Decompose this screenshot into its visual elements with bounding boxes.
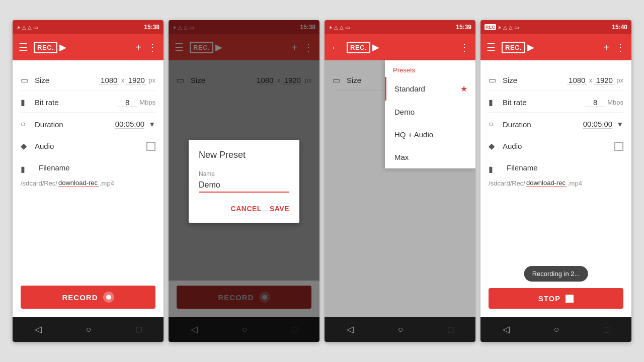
bitrate-value-group-4: 8 Mbps [585,98,623,107]
more-icon-4[interactable]: ⋮ [615,41,625,53]
size-x-1: x [121,76,125,84]
save-button[interactable]: SAVE [270,205,289,213]
nav-home-3[interactable]: ○ [398,324,404,335]
content-4: ▭ Size 1080 x 1920 px ▮ Bit rate 8 Mbps … [480,60,631,283]
duration-row-4: ○ Duration 00:05:00 ▼ [489,115,623,134]
presets-panel: Presets Standard ★ Demo HQ + Audio Max [385,60,475,168]
new-preset-dialog: New Preset Name Demo CANCEL SAVE [189,140,299,223]
duration-value-1[interactable]: 00:05:00 [115,120,144,129]
folder-icon-1: ▮ [21,164,35,174]
audio-row-1: ◆ Audio [21,136,155,156]
nav-recents-4[interactable]: □ [604,324,609,335]
phone-4: REC ∗ △ △ ▭ 15:40 ☰ REC. ▶ + ⋮ ▭ Size [480,20,631,342]
status-icons-1: ∗ △ △ ▭ [17,25,38,30]
bluetooth-icon-3: ∗ [329,25,333,30]
preset-hq-label: HQ + Audio [394,130,433,139]
app-bar-1: ☰ REC. ▶ + ⋮ [13,34,164,60]
dialog-name-label: Name [199,170,289,177]
bluetooth-icon: ∗ [17,25,21,30]
nav-home-1[interactable]: ○ [86,324,92,335]
nav-back-1[interactable]: ◁ [35,324,42,335]
dialog-title: New Preset [199,150,289,160]
app-logo-1: REC. [34,42,57,53]
record-label-1: RECORD [62,293,98,302]
wifi-icon: △ [28,25,32,30]
bitrate-row-1: ▮ Bit rate 8 Mbps [21,93,155,113]
preset-max-label: Max [394,153,409,161]
filename-input-1[interactable]: download-rec [58,179,99,187]
more-icon-1[interactable]: ⋮ [147,41,157,53]
duration-arrow-4: ▼ [616,120,623,128]
rec-icon-4: REC [485,24,496,30]
size-w-4[interactable]: 1080 [567,76,587,85]
cancel-button[interactable]: CANCEL [231,205,262,213]
stop-label-4: STOP [538,294,561,303]
clock-icon-4: ○ [489,120,503,129]
stop-button-4[interactable]: STOP [489,288,623,309]
filename-path-4: /sdcard/Rec/ download-rec .mp4 [489,179,623,187]
recording-toast: Recording in 2... [524,266,588,282]
filename-label-1: Filename [39,163,70,172]
nav-home-4[interactable]: ○ [554,324,559,335]
audio-checkbox-4[interactable] [614,142,623,151]
bitrate-label-4: Bit rate [503,98,585,107]
bitrate-row-4: ▮ Bit rate 8 Mbps [489,93,623,113]
app-logo-3: REC. [347,42,370,53]
filename-dir-4: /sdcard/Rec/ [489,179,525,187]
phone-3: ∗ △ △ ▭ 15:39 ← REC. ▶ ⋮ ▭ Size 1080 x [325,20,475,342]
menu-icon-1[interactable]: ☰ [19,41,28,53]
preset-item-max[interactable]: Max [385,146,475,168]
size-value-group-4: 1080 x 1920 px [567,76,623,85]
more-icon-3[interactable]: ⋮ [459,41,469,53]
preset-item-standard[interactable]: Standard ★ [385,77,475,101]
action-icons-3: ⋮ [459,41,469,53]
preset-item-hq[interactable]: HQ + Audio [385,123,475,146]
add-icon-1[interactable]: + [135,42,141,53]
dialog-name-input[interactable]: Demo [199,180,289,193]
size-w-1[interactable]: 1080 [99,76,119,85]
record-button-1[interactable]: RECORD [21,286,155,309]
presets-header: Presets [385,60,475,77]
status-bar-3: ∗ △ △ ▭ 15:39 [325,20,475,34]
preset-item-demo[interactable]: Demo [385,101,475,123]
nav-recents-1[interactable]: □ [136,324,141,335]
bitrate-value-4[interactable]: 8 [585,98,605,107]
filename-input-4[interactable]: download-rec [526,179,567,187]
nav-back-3[interactable]: ◁ [347,324,354,335]
action-icons-1: + ⋮ [135,41,157,53]
size-h-4[interactable]: 1920 [594,76,614,85]
audio-label-4: Audio [503,142,614,150]
bitrate-icon-4: ▮ [489,98,503,107]
app-bar-4: ☰ REC. ▶ + ⋮ [480,34,631,60]
content-1: ▭ Size 1080 x 1920 px ▮ Bit rate 8 Mbps … [13,60,164,281]
phones-container: ∗ △ △ ▭ 15:38 ☰ REC. ▶ + ⋮ ▭ Size 1080 [0,0,644,362]
duration-arrow-1: ▼ [148,120,155,128]
menu-icon-4[interactable]: ☰ [487,41,496,53]
back-icon-3[interactable]: ← [331,42,341,53]
action-icons-4: + ⋮ [603,41,625,53]
stop-square-4 [566,295,574,303]
camera-icon-1: ▶ [59,42,66,53]
audio-checkbox-1[interactable] [146,142,155,151]
size-icon-4: ▭ [489,75,503,85]
size-h-1[interactable]: 1920 [126,76,146,85]
duration-value-group-1: 00:05:00 ▼ [115,120,155,129]
filename-section-4: ▮ Filename /sdcard/Rec/ download-rec .mp… [489,158,623,192]
px-label-4: px [616,76,623,84]
nav-back-4[interactable]: ◁ [503,324,510,335]
duration-value-4[interactable]: 00:05:00 [583,120,612,129]
size-row-4: ▭ Size 1080 x 1920 px [489,70,623,90]
add-icon-4[interactable]: + [603,42,609,53]
status-time-3: 15:39 [456,24,471,31]
size-value-group-1: 1080 x 1920 px [99,76,155,85]
size-icon-1: ▭ [21,75,35,85]
nav-bar-1: ◁ ○ □ [13,317,164,342]
phone-1: ∗ △ △ ▭ 15:38 ☰ REC. ▶ + ⋮ ▭ Size 1080 [13,20,164,342]
nav-recents-3[interactable]: □ [448,324,453,335]
preset-standard-label: Standard [394,84,425,93]
bitrate-value-1[interactable]: 8 [117,98,137,107]
dialog-actions: CANCEL SAVE [199,205,289,213]
filename-path-1: /sdcard/Rec/ download-rec .mp4 [21,179,155,187]
px-label-1: px [148,76,155,84]
size-x-4: x [589,76,593,84]
